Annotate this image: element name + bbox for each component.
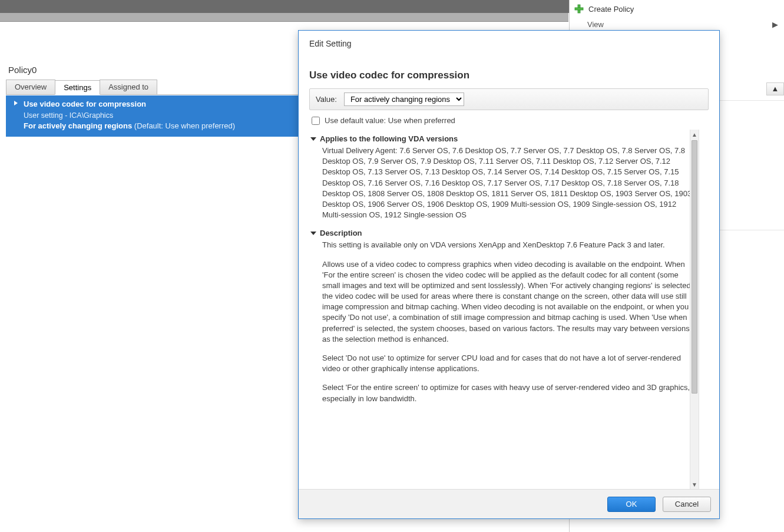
dialog-title: Edit Setting — [299, 31, 719, 54]
view-label: View — [587, 20, 604, 29]
description-paragraph: Allows use of a video codec to compress … — [322, 259, 694, 345]
description-header-label: Description — [320, 229, 362, 237]
scroll-down-icon[interactable]: ▼ — [690, 480, 699, 489]
description-paragraph: Select 'Do not use' to optimize for serv… — [322, 353, 694, 374]
chevron-down-icon — [310, 137, 316, 141]
chevron-down-icon — [310, 232, 316, 235]
value-label: Value: — [316, 95, 337, 104]
scroll-up-icon[interactable]: ▲ — [690, 130, 699, 139]
dialog-footer: OK Cancel — [299, 489, 719, 518]
ok-button[interactable]: OK — [607, 497, 656, 512]
tab-settings[interactable]: Settings — [55, 80, 100, 95]
description-paragraph: This setting is available only on VDA ve… — [322, 240, 694, 250]
scroll-thumb[interactable] — [692, 140, 697, 394]
value-row: Value: For actively changing regionsFor … — [309, 88, 709, 110]
expand-icon — [14, 101, 18, 105]
svg-rect-1 — [575, 8, 583, 10]
panel-collapse-up[interactable]: ▲ — [766, 82, 784, 95]
dialog-heading: Use video codec for compression — [309, 70, 709, 81]
chevron-right-icon: ▶ — [772, 20, 778, 29]
applies-header-label: Applies to the following VDA versions — [320, 134, 458, 143]
tab-overview[interactable]: Overview — [6, 80, 55, 94]
value-select[interactable]: For actively changing regionsFor the ent… — [344, 92, 464, 106]
applies-section-header[interactable]: Applies to the following VDA versions — [309, 134, 699, 143]
toolbar-band — [0, 13, 568, 22]
applies-text: Virtual Delivery Agent: 7.6 Server OS, 7… — [322, 146, 694, 220]
scrollbar[interactable]: ▲ ▼ — [690, 130, 699, 489]
create-policy-action[interactable]: Create Policy — [570, 0, 784, 18]
plus-icon — [574, 4, 584, 14]
description-section-header[interactable]: Description — [309, 229, 699, 237]
use-default-label: Use default value: Use when preferred — [325, 116, 455, 125]
create-policy-label: Create Policy — [588, 5, 634, 14]
tab-assigned[interactable]: Assigned to — [100, 80, 157, 94]
description-section-body: This setting is available only on VDA ve… — [309, 240, 699, 404]
setting-default-hint: (Default: Use when preferred) — [132, 121, 235, 130]
applies-section-body: Virtual Delivery Agent: 7.6 Server OS, 7… — [309, 146, 699, 220]
use-default-checkbox[interactable]: Use default value: Use when preferred — [309, 110, 709, 130]
setting-current-value: For actively changing regions — [24, 121, 132, 130]
edit-setting-dialog: Edit Setting Use video codec for compres… — [298, 30, 720, 519]
fade-overlay — [309, 445, 690, 463]
cancel-button[interactable]: Cancel — [663, 497, 711, 512]
use-default-checkbox-input[interactable] — [312, 117, 320, 125]
dialog-scroll-area: Applies to the following VDA versions Vi… — [309, 130, 709, 489]
view-menu[interactable]: View ▶ — [570, 18, 784, 31]
description-paragraph: Select 'For the entire screen' to optimi… — [322, 382, 694, 404]
